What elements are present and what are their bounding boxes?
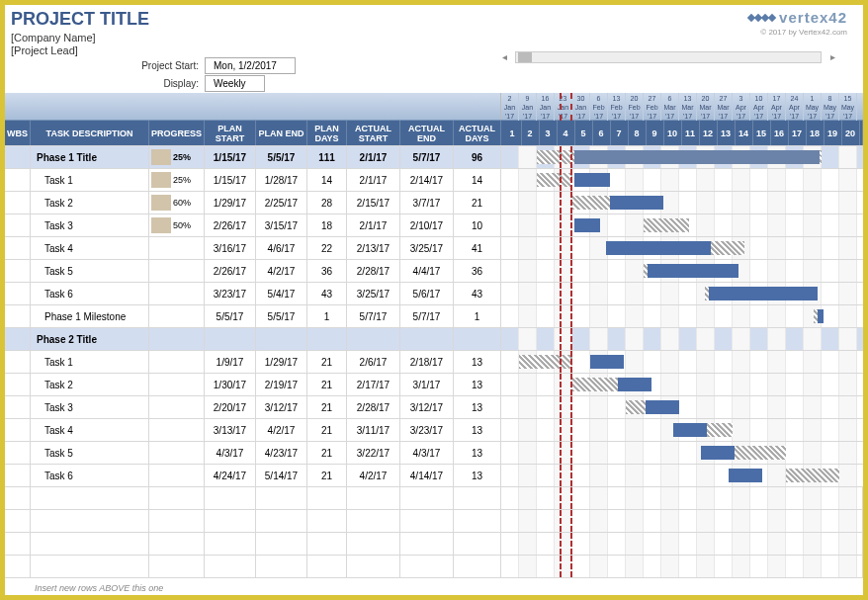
plan-start-cell[interactable]: 5/5/17 bbox=[205, 305, 256, 327]
progress-cell[interactable]: 60% bbox=[149, 192, 205, 214]
plan-days-cell[interactable]: 21 bbox=[307, 351, 347, 373]
wbs-cell[interactable] bbox=[5, 283, 31, 304]
wbs-cell[interactable] bbox=[5, 442, 31, 464]
wbs-cell[interactable] bbox=[5, 351, 31, 373]
task-name-cell[interactable]: Task 2 bbox=[31, 192, 149, 214]
actual-days-cell[interactable]: 96 bbox=[454, 146, 501, 168]
plan-end-cell[interactable]: 2/25/17 bbox=[256, 192, 307, 214]
actual-end-cell[interactable]: 2/10/17 bbox=[400, 214, 454, 236]
actual-start-cell[interactable]: 4/2/17 bbox=[347, 465, 400, 486]
progress-cell[interactable] bbox=[149, 305, 205, 327]
scroll-thumb[interactable] bbox=[518, 52, 532, 62]
plan-end-cell[interactable]: 3/12/17 bbox=[256, 396, 307, 418]
task-row[interactable]: Task 350%2/26/173/15/17182/1/172/10/1710 bbox=[5, 214, 863, 237]
progress-cell[interactable] bbox=[149, 328, 205, 350]
task-row[interactable]: Task 11/9/171/29/17212/6/172/18/1713 bbox=[5, 351, 863, 374]
actual-end-cell[interactable]: 4/14/17 bbox=[400, 465, 454, 486]
wbs-cell[interactable] bbox=[5, 192, 31, 214]
plan-end-cell[interactable]: 3/15/17 bbox=[256, 214, 307, 236]
actual-days-cell[interactable]: 1 bbox=[454, 305, 501, 327]
task-name-cell[interactable]: Phase 2 Title bbox=[31, 328, 149, 350]
timeline-scrollbar[interactable]: ◂ ▸ bbox=[497, 50, 839, 64]
progress-cell[interactable] bbox=[149, 283, 205, 304]
progress-cell[interactable] bbox=[149, 237, 205, 259]
plan-start-cell[interactable]: 2/20/17 bbox=[205, 396, 256, 418]
actual-start-cell[interactable]: 3/11/17 bbox=[347, 419, 400, 441]
wbs-cell[interactable] bbox=[5, 169, 31, 191]
actual-start-cell[interactable]: 3/25/17 bbox=[347, 283, 400, 304]
plan-start-cell[interactable]: 4/24/17 bbox=[205, 465, 256, 486]
actual-days-cell[interactable]: 13 bbox=[454, 442, 501, 464]
actual-end-cell[interactable]: 5/6/17 bbox=[400, 283, 454, 304]
wbs-cell[interactable] bbox=[5, 214, 31, 236]
actual-start-cell[interactable]: 2/15/17 bbox=[347, 192, 400, 214]
empty-row[interactable] bbox=[5, 487, 863, 510]
task-name-cell[interactable]: Task 4 bbox=[31, 419, 149, 441]
progress-cell[interactable] bbox=[149, 374, 205, 395]
actual-days-cell[interactable]: 43 bbox=[454, 283, 501, 304]
plan-days-cell[interactable] bbox=[307, 328, 347, 350]
actual-end-cell[interactable]: 3/7/17 bbox=[400, 192, 454, 214]
actual-end-cell[interactable]: 4/3/17 bbox=[400, 442, 454, 464]
task-row[interactable]: Phase 1 Milestone5/5/175/5/1715/7/175/7/… bbox=[5, 305, 863, 328]
plan-end-cell[interactable] bbox=[256, 328, 307, 350]
wbs-cell[interactable] bbox=[5, 260, 31, 282]
actual-start-cell[interactable]: 2/6/17 bbox=[347, 351, 400, 373]
wbs-cell[interactable] bbox=[5, 465, 31, 486]
plan-start-cell[interactable]: 1/15/17 bbox=[205, 146, 256, 168]
plan-end-cell[interactable]: 5/4/17 bbox=[256, 283, 307, 304]
actual-days-cell[interactable]: 41 bbox=[454, 237, 501, 259]
plan-days-cell[interactable]: 21 bbox=[307, 396, 347, 418]
plan-start-cell[interactable]: 2/26/17 bbox=[205, 260, 256, 282]
plan-start-cell[interactable]: 3/16/17 bbox=[205, 237, 256, 259]
task-row[interactable]: Task 21/30/172/19/17212/17/173/1/1713 bbox=[5, 374, 863, 396]
actual-start-cell[interactable]: 2/1/17 bbox=[347, 146, 400, 168]
actual-start-cell[interactable]: 2/1/17 bbox=[347, 169, 400, 191]
task-row[interactable]: Task 54/3/174/23/17213/22/174/3/1713 bbox=[5, 442, 863, 465]
task-name-cell[interactable]: Task 3 bbox=[31, 214, 149, 236]
scroll-right-icon[interactable]: ▸ bbox=[825, 50, 839, 64]
plan-days-cell[interactable]: 14 bbox=[307, 169, 347, 191]
plan-end-cell[interactable]: 5/5/17 bbox=[256, 305, 307, 327]
progress-cell[interactable]: 25% bbox=[149, 146, 205, 168]
plan-days-cell[interactable]: 1 bbox=[307, 305, 347, 327]
task-row[interactable]: Task 125%1/15/171/28/17142/1/172/14/1714 bbox=[5, 169, 863, 192]
actual-end-cell[interactable] bbox=[400, 328, 454, 350]
progress-cell[interactable]: 25% bbox=[149, 169, 205, 191]
actual-days-cell[interactable]: 21 bbox=[454, 192, 501, 214]
actual-start-cell[interactable]: 5/7/17 bbox=[347, 305, 400, 327]
plan-days-cell[interactable]: 43 bbox=[307, 283, 347, 304]
display-select[interactable]: Weekly bbox=[205, 75, 265, 92]
actual-end-cell[interactable]: 2/14/17 bbox=[400, 169, 454, 191]
plan-days-cell[interactable]: 22 bbox=[307, 237, 347, 259]
wbs-cell[interactable] bbox=[5, 419, 31, 441]
progress-cell[interactable]: 50% bbox=[149, 214, 205, 236]
actual-end-cell[interactable]: 3/12/17 bbox=[400, 396, 454, 418]
plan-start-cell[interactable]: 1/29/17 bbox=[205, 192, 256, 214]
plan-days-cell[interactable]: 36 bbox=[307, 260, 347, 282]
phase-row[interactable]: Phase 2 Title bbox=[5, 328, 863, 351]
task-row[interactable]: Task 43/13/174/2/17213/11/173/23/1713 bbox=[5, 419, 863, 442]
actual-days-cell[interactable]: 10 bbox=[454, 214, 501, 236]
actual-days-cell[interactable]: 13 bbox=[454, 374, 501, 395]
actual-days-cell[interactable]: 13 bbox=[454, 351, 501, 373]
plan-end-cell[interactable]: 4/2/17 bbox=[256, 419, 307, 441]
plan-start-cell[interactable]: 1/9/17 bbox=[205, 351, 256, 373]
task-name-cell[interactable]: Task 6 bbox=[31, 283, 149, 304]
actual-end-cell[interactable]: 4/4/17 bbox=[400, 260, 454, 282]
wbs-cell[interactable] bbox=[5, 328, 31, 350]
actual-days-cell[interactable] bbox=[454, 328, 501, 350]
plan-end-cell[interactable]: 1/29/17 bbox=[256, 351, 307, 373]
progress-cell[interactable] bbox=[149, 260, 205, 282]
plan-days-cell[interactable]: 21 bbox=[307, 419, 347, 441]
plan-days-cell[interactable]: 21 bbox=[307, 374, 347, 395]
actual-end-cell[interactable]: 3/1/17 bbox=[400, 374, 454, 395]
actual-days-cell[interactable]: 13 bbox=[454, 396, 501, 418]
empty-row[interactable] bbox=[5, 533, 863, 556]
scroll-left-icon[interactable]: ◂ bbox=[497, 50, 511, 64]
plan-end-cell[interactable]: 2/19/17 bbox=[256, 374, 307, 395]
task-name-cell[interactable]: Task 5 bbox=[31, 260, 149, 282]
task-row[interactable]: Task 52/26/174/2/17362/28/174/4/1736 bbox=[5, 260, 863, 283]
task-name-cell[interactable]: Task 1 bbox=[31, 169, 149, 191]
actual-start-cell[interactable]: 2/17/17 bbox=[347, 374, 400, 395]
